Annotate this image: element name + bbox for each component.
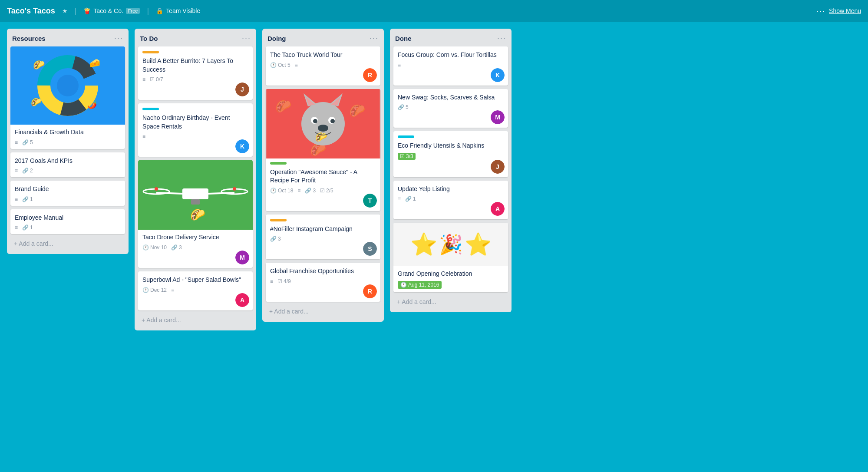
card-title-nacho: Nacho Ordinary Birthday - Event Space Re… bbox=[142, 114, 248, 131]
add-card-doing[interactable]: + Add a card... bbox=[266, 305, 380, 317]
card-meta-nacho: ≡ bbox=[142, 133, 248, 139]
avatar-circle-nacho: K bbox=[235, 139, 249, 153]
avatar-circle-tour: R bbox=[363, 68, 377, 82]
card-title-financials: Financials & Growth Data bbox=[15, 128, 121, 137]
add-card-done[interactable]: + Add a card... bbox=[393, 296, 508, 308]
date-sauce: 🕐 Oct 18 bbox=[270, 188, 293, 194]
attach-sauce: 🔗 3 bbox=[305, 188, 316, 194]
card-meta-eco: ☑ 3/3 bbox=[398, 153, 504, 160]
card-meta-goals: ≡ 🔗 2 bbox=[15, 168, 121, 174]
column-menu-resources[interactable]: ··· bbox=[114, 34, 123, 43]
card-meta-drone: 🕐 Nov 10 🔗 3 bbox=[142, 244, 248, 251]
svg-text:🌮: 🌮 bbox=[33, 59, 45, 71]
date-drone: 🕐 Nov 10 bbox=[142, 244, 167, 251]
card-title-sauce: Operation "Awesome Sauce" - A Recipe For… bbox=[270, 168, 376, 185]
column-done: Done ··· Focus Group: Corn vs. Flour Tor… bbox=[390, 29, 512, 312]
cover-wolf: 🌮 🌮 🌮 bbox=[266, 89, 380, 158]
desc-icon-nacho: ≡ bbox=[142, 133, 145, 139]
card-meta-grand-opening: 🕐 Aug 11, 2016 bbox=[398, 281, 504, 289]
date-grand-opening: 🕐 Aug 11, 2016 bbox=[398, 281, 442, 289]
column-header-doing: Doing ··· bbox=[266, 33, 380, 46]
clock-icon-superbowl: 🕐 bbox=[142, 287, 149, 293]
desc-icon-franchise: ≡ bbox=[270, 278, 273, 284]
column-menu-doing[interactable]: ··· bbox=[370, 34, 379, 43]
avatar-circle-eco: J bbox=[491, 160, 505, 174]
desc-icon: ≡ bbox=[15, 139, 18, 145]
add-card-resources[interactable]: + Add a card... bbox=[10, 238, 125, 250]
show-menu-button[interactable]: Show Menu bbox=[829, 7, 861, 14]
card-franchise: Global Franchise Opportunities ≡ ☑ 4/9 R bbox=[266, 263, 380, 302]
check-icon-sauce: ☑ bbox=[320, 188, 325, 194]
card-title-yelp: Update Yelp Listing bbox=[398, 185, 504, 194]
avatar-circle-sauce: T bbox=[363, 194, 377, 208]
clock-icon-grand-opening: 🕐 bbox=[400, 282, 407, 288]
card-goals: 2017 Goals And KPIs ≡ 🔗 2 bbox=[10, 152, 125, 178]
attach-count-brand: 🔗 1 bbox=[22, 196, 33, 202]
cards-todo: Build A Better Burrito: 7 Layers To Succ… bbox=[138, 46, 253, 310]
svg-text:🌶️: 🌶️ bbox=[87, 100, 97, 109]
card-meta-yelp: ≡ 🔗 1 bbox=[398, 196, 504, 202]
add-card-todo[interactable]: + Add a card... bbox=[138, 314, 253, 326]
svg-point-16 bbox=[155, 187, 158, 191]
avatar-circle-swag: M bbox=[491, 110, 505, 124]
card-title-drone: Taco Drone Delivery Service bbox=[142, 233, 248, 242]
card-nofiller: #NoFiller Instagram Campaign 🔗 3 S bbox=[266, 215, 380, 260]
board: Resources ··· 🌮 🧀 🌶 bbox=[0, 22, 868, 337]
label-nacho bbox=[142, 108, 159, 110]
cover-resources: 🌮 🧀 🌶️ 🌮 bbox=[10, 46, 125, 125]
attach-count-financials: 🔗 5 bbox=[22, 139, 33, 145]
column-menu-todo[interactable]: ··· bbox=[242, 34, 251, 43]
attach-yelp: 🔗 1 bbox=[405, 196, 416, 202]
card-nacho: Nacho Ordinary Birthday - Event Space Re… bbox=[138, 103, 253, 157]
label-nofiller bbox=[270, 219, 287, 221]
column-doing: Doing ··· The Taco Truck World Tour 🕐 Oc… bbox=[262, 29, 384, 322]
board-title: Taco's Tacos bbox=[7, 7, 55, 16]
avatar-superbowl: A bbox=[235, 293, 249, 307]
card-title-eco: Eco Friendly Utensils & Napkins bbox=[398, 142, 504, 150]
attach-swag: 🔗 5 bbox=[398, 104, 409, 110]
svg-point-3 bbox=[57, 75, 79, 96]
card-burrito: Build A Better Burrito: 7 Layers To Succ… bbox=[138, 46, 253, 100]
attach-icon-goals: 🔗 bbox=[22, 168, 29, 174]
cover-celebration: ⭐ 🎉 ⭐ bbox=[393, 223, 508, 266]
party-icon: 🎉 bbox=[439, 233, 463, 256]
cards-done: Focus Group: Corn vs. Flour Tortillas ≡ … bbox=[393, 46, 508, 292]
avatar-circle-drone: M bbox=[235, 251, 249, 264]
column-resources: Resources ··· 🌮 🧀 🌶 bbox=[7, 29, 129, 254]
card-meta-superbowl: 🕐 Dec 12 ≡ bbox=[142, 287, 248, 293]
attach-icon-drone: 🔗 bbox=[171, 244, 178, 251]
desc-icon-manual: ≡ bbox=[15, 224, 18, 231]
column-header-resources: Resources ··· bbox=[10, 33, 125, 46]
column-title-todo: To Do bbox=[140, 35, 158, 42]
avatar-nofiller: S bbox=[363, 242, 377, 256]
card-meta-burrito: ≡ ☑ 0/7 bbox=[142, 76, 248, 83]
star-icon[interactable]: ★ bbox=[62, 7, 68, 14]
svg-text:🌮: 🌮 bbox=[275, 99, 292, 114]
card-title-taco-tour: The Taco Truck World Tour bbox=[270, 51, 376, 59]
card-title-goals: 2017 Goals And KPIs bbox=[15, 157, 121, 165]
desc-icon-superbowl: ≡ bbox=[171, 287, 174, 293]
avatar-yelp: A bbox=[491, 202, 505, 216]
attach-icon-yelp: 🔗 bbox=[405, 196, 412, 202]
cards-resources: 🌮 🧀 🌶️ 🌮 Financials & Growth Data ≡ 🔗 5 bbox=[10, 46, 125, 234]
card-title-franchise: Global Franchise Opportunities bbox=[270, 267, 376, 276]
card-superbowl: Superbowl Ad - "Super Salad Bowls" 🕐 Dec… bbox=[138, 271, 253, 310]
card-meta-focus-group: ≡ bbox=[398, 62, 504, 68]
attach-count-goals: 🔗 2 bbox=[22, 168, 33, 174]
attach-icon-manual: 🔗 bbox=[22, 224, 29, 231]
avatar-circle-superbowl: A bbox=[235, 293, 249, 307]
card-title-manual: Employee Manual bbox=[15, 214, 121, 222]
avatar-focus-group: K bbox=[491, 68, 505, 82]
card-eco: Eco Friendly Utensils & Napkins ☑ 3/3 J bbox=[393, 131, 508, 177]
visibility-label: Team Visible bbox=[166, 7, 200, 14]
column-menu-done[interactable]: ··· bbox=[497, 34, 506, 43]
checklist-eco: ☑ 3/3 bbox=[398, 153, 416, 160]
card-grand-opening: ⭐ 🎉 ⭐ Grand Opening Celebration 🕐 Aug 11… bbox=[393, 223, 508, 292]
card-yelp: Update Yelp Listing ≡ 🔗 1 A bbox=[393, 181, 508, 220]
card-title-swag: New Swag: Socks, Scarves & Salsa bbox=[398, 93, 504, 102]
card-title-burrito: Build A Better Burrito: 7 Layers To Succ… bbox=[142, 57, 248, 74]
org-name: Taco & Co. bbox=[93, 7, 123, 14]
avatar-swag: M bbox=[491, 110, 505, 124]
label-eco bbox=[398, 135, 414, 138]
card-meta-nofiller: 🔗 3 bbox=[270, 236, 376, 242]
